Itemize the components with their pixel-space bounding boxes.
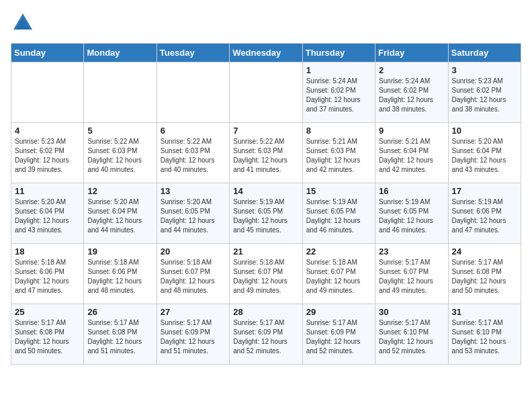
calendar-cell: 11Sunrise: 5:20 AM Sunset: 6:04 PM Dayli… <box>11 183 84 244</box>
day-number: 24 <box>452 246 517 257</box>
day-number: 17 <box>452 186 517 196</box>
calendar-cell: 6Sunrise: 5:22 AM Sunset: 6:03 PM Daylig… <box>157 123 229 183</box>
day-detail: Sunrise: 5:22 AM Sunset: 6:03 PM Dayligh… <box>233 137 298 175</box>
day-detail: Sunrise: 5:18 AM Sunset: 6:07 PM Dayligh… <box>161 258 226 295</box>
calendar-cell: 7Sunrise: 5:22 AM Sunset: 6:03 PM Daylig… <box>230 123 302 183</box>
day-detail: Sunrise: 5:23 AM Sunset: 6:02 PM Dayligh… <box>15 137 80 175</box>
day-number: 16 <box>379 186 444 196</box>
header-wednesday: Wednesday <box>230 44 302 62</box>
calendar-cell: 22Sunrise: 5:18 AM Sunset: 6:07 PM Dayli… <box>302 244 375 304</box>
header-thursday: Thursday <box>302 44 375 62</box>
day-number: 14 <box>233 186 298 196</box>
day-number: 2 <box>379 65 444 75</box>
calendar-cell: 4Sunrise: 5:23 AM Sunset: 6:02 PM Daylig… <box>11 123 84 183</box>
day-detail: Sunrise: 5:17 AM Sunset: 6:09 PM Dayligh… <box>233 318 298 356</box>
day-detail: Sunrise: 5:20 AM Sunset: 6:04 PM Dayligh… <box>452 137 517 175</box>
calendar-cell: 1Sunrise: 5:24 AM Sunset: 6:02 PM Daylig… <box>302 62 375 123</box>
calendar-week-row: 4Sunrise: 5:23 AM Sunset: 6:02 PM Daylig… <box>11 123 521 183</box>
day-detail: Sunrise: 5:20 AM Sunset: 6:04 PM Dayligh… <box>87 197 152 235</box>
calendar-cell: 12Sunrise: 5:20 AM Sunset: 6:04 PM Dayli… <box>84 183 157 244</box>
calendar-cell: 5Sunrise: 5:22 AM Sunset: 6:03 PM Daylig… <box>84 123 157 183</box>
day-detail: Sunrise: 5:20 AM Sunset: 6:04 PM Dayligh… <box>15 197 80 235</box>
day-number: 7 <box>233 126 298 136</box>
day-number: 12 <box>87 186 152 196</box>
day-number: 8 <box>306 126 371 136</box>
calendar-cell: 26Sunrise: 5:17 AM Sunset: 6:08 PM Dayli… <box>84 304 157 365</box>
calendar-cell: 23Sunrise: 5:17 AM Sunset: 6:07 PM Dayli… <box>375 244 448 304</box>
day-detail: Sunrise: 5:17 AM Sunset: 6:10 PM Dayligh… <box>452 318 517 356</box>
day-number: 25 <box>15 307 80 317</box>
day-detail: Sunrise: 5:19 AM Sunset: 6:05 PM Dayligh… <box>306 197 371 235</box>
calendar-cell: 2Sunrise: 5:24 AM Sunset: 6:02 PM Daylig… <box>375 62 448 123</box>
day-number: 9 <box>379 126 444 136</box>
day-number: 26 <box>87 307 152 317</box>
calendar-cell <box>157 62 229 123</box>
calendar-cell: 31Sunrise: 5:17 AM Sunset: 6:10 PM Dayli… <box>448 304 521 365</box>
day-detail: Sunrise: 5:17 AM Sunset: 6:08 PM Dayligh… <box>452 258 517 295</box>
calendar-week-row: 25Sunrise: 5:17 AM Sunset: 6:08 PM Dayli… <box>11 304 521 365</box>
header-saturday: Saturday <box>448 44 521 62</box>
logo-icon <box>11 11 35 35</box>
day-number: 6 <box>161 126 226 136</box>
calendar-cell: 8Sunrise: 5:21 AM Sunset: 6:03 PM Daylig… <box>302 123 375 183</box>
calendar-cell <box>11 62 84 123</box>
calendar-cell <box>84 62 157 123</box>
day-detail: Sunrise: 5:22 AM Sunset: 6:03 PM Dayligh… <box>87 137 152 175</box>
day-number: 18 <box>15 246 80 257</box>
calendar-cell: 29Sunrise: 5:17 AM Sunset: 6:09 PM Dayli… <box>302 304 375 365</box>
calendar-week-row: 18Sunrise: 5:18 AM Sunset: 6:06 PM Dayli… <box>11 244 521 304</box>
day-detail: Sunrise: 5:17 AM Sunset: 6:09 PM Dayligh… <box>161 318 226 356</box>
day-number: 31 <box>452 307 517 317</box>
calendar-cell: 21Sunrise: 5:18 AM Sunset: 6:07 PM Dayli… <box>230 244 302 304</box>
calendar-cell: 20Sunrise: 5:18 AM Sunset: 6:07 PM Dayli… <box>157 244 229 304</box>
calendar-cell: 18Sunrise: 5:18 AM Sunset: 6:06 PM Dayli… <box>11 244 84 304</box>
calendar-cell: 9Sunrise: 5:21 AM Sunset: 6:04 PM Daylig… <box>375 123 448 183</box>
calendar-cell <box>230 62 302 123</box>
logo <box>11 11 39 35</box>
day-number: 4 <box>15 126 80 136</box>
calendar-week-row: 11Sunrise: 5:20 AM Sunset: 6:04 PM Dayli… <box>11 183 521 244</box>
day-detail: Sunrise: 5:24 AM Sunset: 6:02 PM Dayligh… <box>306 77 371 114</box>
day-number: 3 <box>452 65 517 75</box>
calendar-cell: 25Sunrise: 5:17 AM Sunset: 6:08 PM Dayli… <box>11 304 84 365</box>
day-detail: Sunrise: 5:19 AM Sunset: 6:05 PM Dayligh… <box>379 197 444 235</box>
day-detail: Sunrise: 5:22 AM Sunset: 6:03 PM Dayligh… <box>161 137 226 175</box>
day-detail: Sunrise: 5:17 AM Sunset: 6:09 PM Dayligh… <box>306 318 371 356</box>
calendar-cell: 27Sunrise: 5:17 AM Sunset: 6:09 PM Dayli… <box>157 304 229 365</box>
day-detail: Sunrise: 5:21 AM Sunset: 6:04 PM Dayligh… <box>379 137 444 175</box>
day-detail: Sunrise: 5:18 AM Sunset: 6:07 PM Dayligh… <box>306 258 371 295</box>
day-detail: Sunrise: 5:18 AM Sunset: 6:06 PM Dayligh… <box>15 258 80 295</box>
day-detail: Sunrise: 5:21 AM Sunset: 6:03 PM Dayligh… <box>306 137 371 175</box>
day-detail: Sunrise: 5:20 AM Sunset: 6:05 PM Dayligh… <box>161 197 226 235</box>
calendar-cell: 10Sunrise: 5:20 AM Sunset: 6:04 PM Dayli… <box>448 123 521 183</box>
calendar-cell: 16Sunrise: 5:19 AM Sunset: 6:05 PM Dayli… <box>375 183 448 244</box>
day-number: 20 <box>161 246 226 257</box>
day-detail: Sunrise: 5:18 AM Sunset: 6:06 PM Dayligh… <box>87 258 152 295</box>
calendar-cell: 28Sunrise: 5:17 AM Sunset: 6:09 PM Dayli… <box>230 304 302 365</box>
day-number: 27 <box>161 307 226 317</box>
day-number: 5 <box>87 126 152 136</box>
calendar-cell: 24Sunrise: 5:17 AM Sunset: 6:08 PM Dayli… <box>448 244 521 304</box>
header-friday: Friday <box>375 44 448 62</box>
page-header <box>11 11 521 35</box>
day-detail: Sunrise: 5:19 AM Sunset: 6:05 PM Dayligh… <box>233 197 298 235</box>
day-detail: Sunrise: 5:17 AM Sunset: 6:08 PM Dayligh… <box>15 318 80 356</box>
day-number: 1 <box>306 65 371 75</box>
day-detail: Sunrise: 5:17 AM Sunset: 6:07 PM Dayligh… <box>379 258 444 295</box>
calendar-cell: 15Sunrise: 5:19 AM Sunset: 6:05 PM Dayli… <box>302 183 375 244</box>
day-number: 15 <box>306 186 371 196</box>
day-number: 10 <box>452 126 517 136</box>
calendar-cell: 19Sunrise: 5:18 AM Sunset: 6:06 PM Dayli… <box>84 244 157 304</box>
day-detail: Sunrise: 5:17 AM Sunset: 6:08 PM Dayligh… <box>87 318 152 356</box>
header-tuesday: Tuesday <box>157 44 229 62</box>
day-detail: Sunrise: 5:18 AM Sunset: 6:07 PM Dayligh… <box>233 258 298 295</box>
calendar-week-row: 1Sunrise: 5:24 AM Sunset: 6:02 PM Daylig… <box>11 62 521 123</box>
day-detail: Sunrise: 5:23 AM Sunset: 6:02 PM Dayligh… <box>452 77 517 114</box>
calendar-header-row: SundayMondayTuesdayWednesdayThursdayFrid… <box>11 44 521 62</box>
day-number: 28 <box>233 307 298 317</box>
header-sunday: Sunday <box>11 44 84 62</box>
day-detail: Sunrise: 5:19 AM Sunset: 6:06 PM Dayligh… <box>452 197 517 235</box>
day-number: 19 <box>87 246 152 257</box>
calendar-cell: 14Sunrise: 5:19 AM Sunset: 6:05 PM Dayli… <box>230 183 302 244</box>
day-number: 11 <box>15 186 80 196</box>
